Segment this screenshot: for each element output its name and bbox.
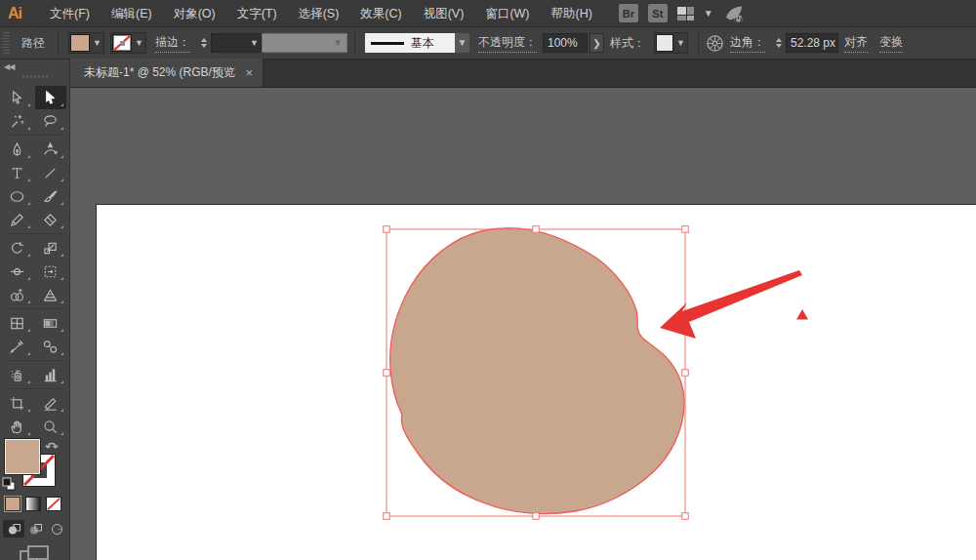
selection-handle[interactable] bbox=[384, 513, 390, 520]
selection-handle[interactable] bbox=[533, 513, 540, 520]
menu-item[interactable]: 帮助(H) bbox=[541, 0, 603, 27]
corner-radius-input[interactable]: 52.28 px bbox=[786, 33, 838, 53]
width-profile-combo: ▼ bbox=[262, 33, 347, 53]
brush-stroke-sample bbox=[371, 42, 404, 45]
gpu-performance-rocket-icon[interactable] bbox=[723, 3, 745, 24]
selection-handle[interactable] bbox=[384, 370, 390, 377]
draw-normal-button[interactable] bbox=[3, 520, 24, 538]
shape-builder-tool[interactable] bbox=[2, 283, 33, 306]
screen-mode-icon[interactable] bbox=[20, 545, 49, 560]
selection-handle[interactable] bbox=[384, 226, 390, 233]
default-fill-stroke-icon[interactable] bbox=[2, 477, 16, 491]
artboard-tool[interactable] bbox=[2, 391, 33, 415]
selection-handle[interactable] bbox=[533, 226, 540, 233]
type-tool[interactable] bbox=[2, 161, 33, 184]
scale-tool[interactable] bbox=[35, 236, 66, 260]
curvature-tool[interactable] bbox=[35, 138, 66, 161]
panel-grip[interactable] bbox=[22, 75, 48, 78]
magic-wand-tool[interactable] bbox=[2, 109, 33, 133]
chevron-down-icon[interactable]: ▼ bbox=[704, 9, 713, 19]
align-panel-link[interactable]: 对齐 bbox=[844, 34, 868, 53]
style-swatch[interactable] bbox=[656, 34, 673, 52]
corner-radius-stepper[interactable] bbox=[773, 38, 784, 48]
rotate-tool[interactable] bbox=[2, 236, 33, 260]
stroke-panel-link[interactable]: 描边： bbox=[155, 34, 190, 53]
stroke-width-combo[interactable]: ▼ bbox=[211, 33, 262, 53]
pen-tool[interactable] bbox=[2, 138, 33, 161]
stock-button[interactable]: St bbox=[648, 4, 668, 22]
lasso-tool[interactable] bbox=[35, 109, 66, 133]
selection-handle[interactable] bbox=[682, 513, 689, 520]
workspace-switcher-icon[interactable] bbox=[677, 7, 694, 20]
chevron-down-icon[interactable]: ▼ bbox=[674, 38, 687, 48]
width-tool[interactable] bbox=[2, 260, 33, 283]
direct-selection-tool[interactable] bbox=[35, 86, 66, 109]
style-control[interactable]: ▼ bbox=[654, 32, 688, 54]
document-tab-title: 未标题-1* @ 52% (RGB/预览) bbox=[84, 64, 235, 81]
gradient-button[interactable] bbox=[25, 497, 41, 511]
selection-handle[interactable] bbox=[682, 226, 689, 233]
divider bbox=[698, 31, 699, 55]
stroke-color-control[interactable]: ▼ bbox=[110, 32, 146, 54]
fill-color-control[interactable]: ▼ bbox=[68, 32, 104, 54]
document-tab[interactable]: 未标题-1* @ 52% (RGB/预览) × bbox=[70, 59, 264, 87]
mesh-tool[interactable] bbox=[2, 311, 33, 335]
line-segment-tool[interactable] bbox=[35, 161, 66, 184]
opacity-input[interactable]: 100% bbox=[543, 33, 588, 53]
fill-swatch[interactable] bbox=[70, 34, 90, 52]
menu-item[interactable]: 窗口(W) bbox=[474, 0, 540, 27]
brush-name: 基本 bbox=[411, 35, 434, 52]
symbol-sprayer-tool[interactable] bbox=[2, 363, 33, 386]
drawing-modes bbox=[3, 520, 67, 538]
corner-panel-link[interactable]: 边角： bbox=[730, 34, 765, 53]
draw-behind-button[interactable] bbox=[24, 520, 46, 538]
chevron-down-icon[interactable]: ▼ bbox=[455, 33, 469, 53]
menu-item[interactable]: 编辑(E) bbox=[101, 0, 163, 27]
brush-preview[interactable]: 基本 bbox=[365, 33, 455, 53]
menu-item[interactable]: 效果(C) bbox=[349, 0, 412, 27]
stroke-width-stepper[interactable] bbox=[198, 38, 209, 48]
blend-tool[interactable] bbox=[35, 335, 66, 358]
color-button[interactable] bbox=[5, 497, 20, 511]
paintbrush-tool[interactable] bbox=[35, 184, 66, 208]
gradient-tool[interactable] bbox=[35, 311, 66, 335]
none-button[interactable] bbox=[46, 497, 61, 511]
canvas[interactable] bbox=[70, 88, 976, 560]
pencil-tool[interactable] bbox=[2, 208, 33, 231]
fill-indicator[interactable] bbox=[5, 439, 40, 474]
annotation-triangle bbox=[796, 309, 808, 320]
tools-panel: ◀◀ bbox=[0, 60, 70, 560]
menu-item[interactable]: 视图(V) bbox=[413, 0, 475, 27]
slice-tool[interactable] bbox=[35, 391, 66, 415]
draw-inside-button[interactable] bbox=[46, 520, 67, 538]
menu-item[interactable]: 文字(T) bbox=[226, 0, 288, 27]
transform-panel-link[interactable]: 变换 bbox=[879, 34, 903, 53]
chevron-down-icon[interactable]: ▼ bbox=[91, 38, 103, 48]
swap-fill-stroke-icon[interactable] bbox=[45, 438, 59, 452]
menu-item[interactable]: 文件(F) bbox=[39, 0, 101, 27]
recolor-artwork-icon[interactable] bbox=[706, 34, 724, 53]
bridge-button[interactable]: Br bbox=[619, 4, 638, 22]
stroke-none-swatch[interactable] bbox=[112, 34, 132, 52]
free-transform-tool[interactable] bbox=[35, 260, 66, 283]
hand-tool[interactable] bbox=[2, 415, 33, 438]
eyedropper-tool[interactable] bbox=[2, 335, 33, 358]
brush-combo[interactable]: 基本 ▼ bbox=[365, 33, 469, 53]
selection-handle[interactable] bbox=[682, 370, 689, 377]
close-tab-icon[interactable]: × bbox=[245, 66, 253, 79]
menu-item[interactable]: 对象(O) bbox=[163, 0, 226, 27]
ellipse-tool[interactable] bbox=[2, 184, 33, 208]
chevron-down-icon[interactable]: ▼ bbox=[133, 38, 145, 48]
eraser-tool[interactable] bbox=[35, 208, 66, 231]
opacity-panel-link[interactable]: 不透明度： bbox=[478, 34, 537, 53]
panel-grip[interactable] bbox=[3, 32, 10, 54]
blob-shape[interactable] bbox=[390, 228, 684, 514]
column-graph-tool[interactable] bbox=[35, 363, 66, 386]
menu-item[interactable]: 选择(S) bbox=[288, 0, 350, 27]
document-tab-bar: 未标题-1* @ 52% (RGB/预览) × bbox=[70, 60, 976, 88]
zoom-tool[interactable] bbox=[35, 415, 66, 438]
chevron-right-icon[interactable]: ❯ bbox=[590, 33, 604, 53]
perspective-grid-tool[interactable] bbox=[35, 283, 66, 306]
selection-tool[interactable] bbox=[2, 86, 33, 109]
collapse-panel-icon[interactable]: ◀◀ bbox=[4, 62, 14, 71]
